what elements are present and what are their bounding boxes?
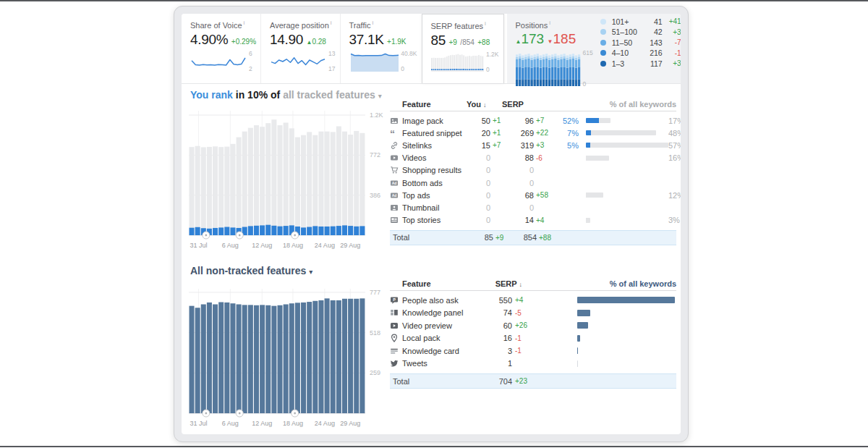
positions-legend-row[interactable]: 11–50143-7 [600,38,681,48]
info-icon[interactable]: i [331,20,332,26]
chart-bar[interactable] [331,300,336,413]
chart-bar[interactable] [359,226,365,235]
chart-bar[interactable] [213,146,218,235]
chart-bar[interactable] [278,125,283,235]
chart-bar[interactable] [201,147,206,235]
chart-bar[interactable] [301,135,306,235]
chart-bar[interactable] [195,146,200,235]
chart-bar[interactable] [218,302,224,413]
chart-bar[interactable] [312,301,318,413]
chart-bar[interactable] [336,127,341,236]
metric-card-share-of-voice[interactable]: Share of Voicei 4.90% +0.29% 62 [182,14,260,83]
chart-bar[interactable] [254,125,259,235]
chart-bar[interactable] [284,122,289,235]
chart-bar[interactable] [336,300,341,413]
chart-bar[interactable] [359,133,365,235]
chart-bar[interactable] [336,226,341,235]
chart-bar[interactable] [201,305,206,414]
chart-bar[interactable] [359,298,365,413]
chart-bar[interactable] [354,299,359,413]
chart-bar[interactable] [289,128,294,235]
chart-bar[interactable] [260,127,265,235]
chevron-down-icon[interactable]: ▾ [378,92,382,100]
chart-bar[interactable] [354,227,359,235]
chart-bar[interactable] [254,226,259,235]
chart-bar[interactable] [289,303,294,413]
chart-bar[interactable] [312,226,318,235]
chart-bar[interactable] [248,305,253,413]
chart-bar[interactable] [271,306,276,413]
positions-legend-row[interactable]: 101+41+41 [600,17,681,28]
chart-bar[interactable] [325,298,330,413]
col-serp-sort[interactable]: SERP [498,100,542,109]
positions-legend-row[interactable]: 1–3117+3 [600,59,681,69]
chart-bar[interactable] [195,308,200,413]
col-you-sort[interactable]: You ↓ [460,100,498,109]
chart-bar[interactable] [295,303,300,413]
chart-bar[interactable] [190,228,195,235]
positions-legend-row[interactable]: 4–10216-1 [600,48,681,59]
chart-bar[interactable] [342,132,347,235]
chart-bar[interactable] [278,305,283,413]
chart-bar[interactable] [342,225,347,235]
event-marker-icon[interactable] [292,410,299,417]
chart-bar[interactable] [307,302,312,413]
chart-bar[interactable] [312,135,318,235]
tracked-features-dropdown[interactable]: all tracked features [283,89,375,101]
chart-bar[interactable] [213,228,218,235]
chart-bar[interactable] [265,305,271,413]
chart-bar[interactable] [284,226,289,235]
chart-bar[interactable] [348,135,353,235]
col-pct[interactable]: % of all keywords [522,279,676,288]
chart-bar[interactable] [354,131,359,235]
chart-bar[interactable] [218,227,224,235]
chart-bar[interactable] [224,147,229,235]
chart-bar[interactable] [190,306,195,413]
chart-bar[interactable] [348,226,353,235]
event-marker-icon[interactable] [236,410,243,417]
chart-bar[interactable] [325,227,330,235]
chart-bar[interactable] [242,305,247,413]
chart-bar[interactable] [271,226,276,235]
event-marker-icon[interactable] [236,232,243,239]
info-icon[interactable]: i [549,20,550,26]
chart-bar[interactable] [237,138,242,235]
chart-bar[interactable] [301,303,306,413]
chart-bar[interactable] [331,132,336,235]
chart-bar[interactable] [207,303,212,413]
chart-bar[interactable] [348,299,353,413]
chart-bar[interactable] [318,132,323,235]
chart-bar[interactable] [248,226,253,235]
info-icon[interactable]: i [244,20,245,26]
chart-bar[interactable] [284,305,289,414]
chart-bar[interactable] [260,225,265,235]
chart-bar[interactable] [190,147,195,235]
chart-bar[interactable] [260,305,265,413]
chart-bar[interactable] [242,132,247,235]
metric-card-traffic[interactable]: Traffici 37.1K +1.9K 40.8K0 [340,14,422,83]
chart-bar[interactable] [307,227,312,235]
metric-card-average-position[interactable]: Average positioni 14.90 ▲0.28 1317 [260,14,339,83]
chart-bar[interactable] [224,303,229,413]
chart-bar[interactable] [301,227,306,235]
chart-bar[interactable] [237,305,242,414]
col-pct[interactable]: % of all keywords [542,100,676,109]
chart-bar[interactable] [295,138,300,235]
chart-bar[interactable] [318,227,323,235]
positions-panel[interactable]: Positionsi ▲173 ▼185 6150 101+41+4151–10… [507,14,681,83]
chart-bar[interactable] [230,144,235,235]
info-icon[interactable]: i [485,20,486,27]
event-marker-icon[interactable] [203,232,210,239]
chart-bar[interactable] [195,227,200,235]
col-serp-sort[interactable]: SERP ↓ [463,279,522,288]
positions-legend-row[interactable]: 51–10042+3 [600,27,681,38]
chart-bar[interactable] [307,132,312,235]
chart-bar[interactable] [278,227,283,235]
chart-bar[interactable] [230,227,235,235]
info-icon[interactable]: i [372,20,373,26]
chart-bar[interactable] [265,225,271,235]
chart-bar[interactable] [254,305,259,413]
chart-bar[interactable] [325,132,330,235]
event-marker-icon[interactable] [292,232,299,239]
chart-bar[interactable] [318,300,323,413]
